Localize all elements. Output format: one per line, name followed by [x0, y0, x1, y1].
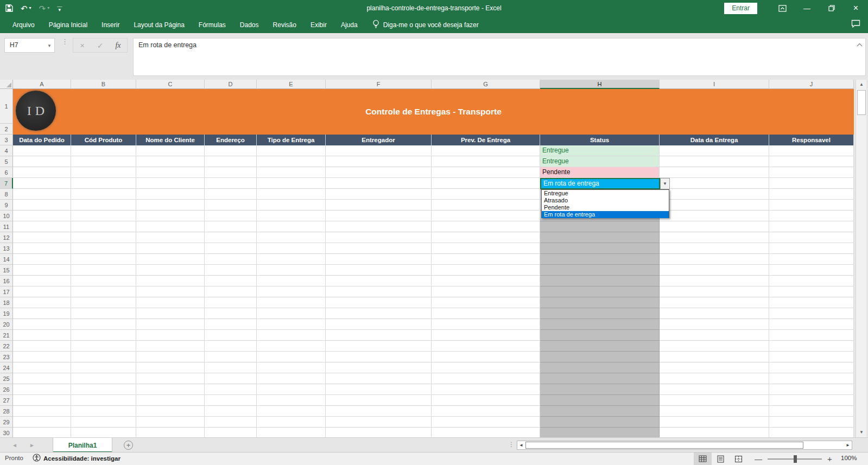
- cell-C7[interactable]: [136, 178, 205, 189]
- cell-D28[interactable]: [205, 406, 257, 417]
- cell-D16[interactable]: [205, 276, 257, 286]
- cell-H4[interactable]: Entregue: [540, 145, 660, 156]
- row-header-27[interactable]: 27: [0, 395, 13, 406]
- column-header-I[interactable]: I: [660, 80, 769, 89]
- scroll-down-icon[interactable]: ▼: [857, 428, 866, 437]
- cell-F17[interactable]: [326, 286, 432, 297]
- row-header-28[interactable]: 28: [0, 406, 13, 417]
- row-header-15[interactable]: 15: [0, 265, 13, 276]
- cell-A24[interactable]: [13, 362, 71, 373]
- cell-H18[interactable]: [540, 297, 660, 308]
- cell-C15[interactable]: [136, 265, 205, 276]
- cell-D17[interactable]: [205, 286, 257, 297]
- cell-H11[interactable]: [540, 221, 660, 232]
- row-header-8[interactable]: 8: [0, 189, 13, 200]
- cell-J27[interactable]: [769, 395, 854, 406]
- cell-C22[interactable]: [136, 341, 205, 352]
- row-header-30[interactable]: 30: [0, 428, 13, 437]
- header-cell-B3[interactable]: Cód Produto: [71, 135, 136, 145]
- row-header-13[interactable]: 13: [0, 243, 13, 254]
- cell-J25[interactable]: [769, 373, 854, 384]
- column-header-G[interactable]: G: [432, 80, 540, 89]
- cell-G10[interactable]: [432, 211, 540, 221]
- cell-G29[interactable]: [432, 417, 540, 428]
- cell-B21[interactable]: [71, 330, 136, 341]
- cell-C12[interactable]: [136, 232, 205, 243]
- cell-E30[interactable]: [257, 428, 326, 437]
- cell-F22[interactable]: [326, 341, 432, 352]
- cell-H29[interactable]: [540, 417, 660, 428]
- cell-D24[interactable]: [205, 362, 257, 373]
- column-header-C[interactable]: C: [136, 80, 205, 89]
- row-header-11[interactable]: 11: [0, 221, 13, 232]
- row-header-1[interactable]: 1: [0, 89, 13, 124]
- cell-G11[interactable]: [432, 221, 540, 232]
- cell-G13[interactable]: [432, 243, 540, 254]
- ribbon-tab-dados[interactable]: Dados: [233, 16, 266, 33]
- row-header-24[interactable]: 24: [0, 362, 13, 373]
- cell-C8[interactable]: [136, 189, 205, 200]
- cell-A10[interactable]: [13, 211, 71, 221]
- cell-H16[interactable]: [540, 276, 660, 286]
- cell-E23[interactable]: [257, 352, 326, 362]
- cell-B27[interactable]: [71, 395, 136, 406]
- cell-I7[interactable]: [660, 178, 769, 189]
- cell-F25[interactable]: [326, 373, 432, 384]
- header-cell-E3[interactable]: Tipo de Entrega: [257, 135, 326, 145]
- cell-A12[interactable]: [13, 232, 71, 243]
- cell-A4[interactable]: [13, 145, 71, 156]
- cell-C27[interactable]: [136, 395, 205, 406]
- ribbon-tab-página-inicial[interactable]: Página Inicial: [42, 16, 94, 33]
- vertical-scrollbar[interactable]: ▲ ▼: [856, 80, 866, 437]
- row-header-12[interactable]: 12: [0, 232, 13, 243]
- cell-G28[interactable]: [432, 406, 540, 417]
- data-validation-dropdown-button[interactable]: ▼: [660, 178, 670, 189]
- zoom-out-button[interactable]: —: [755, 455, 762, 463]
- formula-bar-handle[interactable]: ⋮: [61, 37, 68, 46]
- header-cell-H3[interactable]: Status: [540, 135, 660, 145]
- cell-D8[interactable]: [205, 189, 257, 200]
- prev-sheet-icon[interactable]: ◄: [12, 442, 17, 448]
- column-header-E[interactable]: E: [257, 80, 326, 89]
- cell-E18[interactable]: [257, 297, 326, 308]
- cell-F27[interactable]: [326, 395, 432, 406]
- row-header-7[interactable]: 7: [0, 178, 13, 189]
- header-cell-J3[interactable]: Responsavel: [769, 135, 854, 145]
- cell-G7[interactable]: [432, 178, 540, 189]
- cell-A15[interactable]: [13, 265, 71, 276]
- cell-I19[interactable]: [660, 308, 769, 319]
- cell-E5[interactable]: [257, 156, 326, 167]
- cell-I11[interactable]: [660, 221, 769, 232]
- cell-I30[interactable]: [660, 428, 769, 437]
- cell-E12[interactable]: [257, 232, 326, 243]
- cell-D7[interactable]: [205, 178, 257, 189]
- cell-B29[interactable]: [71, 417, 136, 428]
- cell-H19[interactable]: [540, 308, 660, 319]
- cell-G5[interactable]: [432, 156, 540, 167]
- cell-G15[interactable]: [432, 265, 540, 276]
- cell-C5[interactable]: [136, 156, 205, 167]
- cell-C28[interactable]: [136, 406, 205, 417]
- cell-I10[interactable]: [660, 211, 769, 221]
- cell-B11[interactable]: [71, 221, 136, 232]
- cell-B15[interactable]: [71, 265, 136, 276]
- row-header-17[interactable]: 17: [0, 286, 13, 297]
- header-cell-F3[interactable]: Entregador: [326, 135, 432, 145]
- cell-D27[interactable]: [205, 395, 257, 406]
- column-header-H[interactable]: H: [540, 80, 660, 89]
- cell-B4[interactable]: [71, 145, 136, 156]
- cell-J18[interactable]: [769, 297, 854, 308]
- cell-E19[interactable]: [257, 308, 326, 319]
- cell-B30[interactable]: [71, 428, 136, 437]
- cell-H17[interactable]: [540, 286, 660, 297]
- cell-D26[interactable]: [205, 384, 257, 395]
- cell-E9[interactable]: [257, 200, 326, 211]
- cell-C29[interactable]: [136, 417, 205, 428]
- cell-H28[interactable]: [540, 406, 660, 417]
- row-header-14[interactable]: 14: [0, 254, 13, 265]
- cell-H23[interactable]: [540, 352, 660, 362]
- cell-E27[interactable]: [257, 395, 326, 406]
- cell-C13[interactable]: [136, 243, 205, 254]
- sign-in-button[interactable]: Entrar: [724, 3, 757, 14]
- scroll-up-icon[interactable]: ▲: [857, 80, 866, 89]
